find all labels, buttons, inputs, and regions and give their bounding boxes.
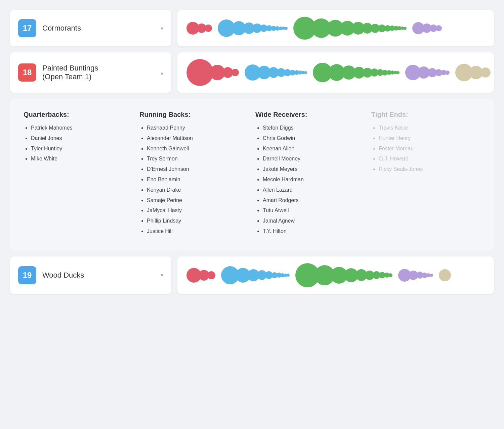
bubble-group xyxy=(246,64,307,81)
bubble-group xyxy=(296,263,392,287)
list-item: Allen Lazard xyxy=(263,187,365,194)
chevron-19[interactable]: ▾ xyxy=(161,272,163,278)
bubbles-18 xyxy=(187,59,484,86)
bubble-group xyxy=(440,269,451,281)
position-title: Tight Ends: xyxy=(371,111,480,118)
player-list: Stefon DiggsChris GodwinKeenan AllenDarn… xyxy=(255,125,365,235)
position-column: Wide Receivers:Stefon DiggsChris GodwinK… xyxy=(255,111,371,238)
bubble xyxy=(445,70,450,75)
bubble-group xyxy=(187,59,239,86)
player-list: Rashaad PennyAlexander MattisonKenneth G… xyxy=(139,125,249,235)
player-list: Travis KelceHunter HenryFoster MoreauO.J… xyxy=(371,125,480,173)
list-item: Hunter Henry xyxy=(379,135,480,142)
chevron-18[interactable]: ▴ xyxy=(161,69,163,76)
position-column: Running Backs:Rashaad PennyAlexander Mat… xyxy=(139,111,255,238)
list-item: Justice Hill xyxy=(147,228,249,235)
bubble-group xyxy=(222,266,290,284)
list-item: O.J. Howard xyxy=(379,155,480,162)
list-item: Keenan Allen xyxy=(263,145,365,152)
bubbles-17 xyxy=(187,17,484,40)
team-number-17: 17 xyxy=(18,19,36,37)
team-right-18 xyxy=(177,52,494,93)
team-left-18[interactable]: 18 Painted Buntings(Open Team 1) ▴ xyxy=(10,52,171,93)
list-item: Kenneth Gainwell xyxy=(147,145,249,152)
chevron-17[interactable]: ▾ xyxy=(161,25,163,32)
list-item: T.Y. Hilton xyxy=(263,228,365,235)
bubble-group xyxy=(406,65,450,80)
list-item: Mike White xyxy=(31,155,133,162)
bubble xyxy=(430,274,433,277)
team-name-18: Painted Buntings(Open Team 1) xyxy=(42,64,155,81)
list-item: Travis Kelce xyxy=(379,125,480,132)
bubble-group xyxy=(219,19,288,37)
team-right-19 xyxy=(177,256,494,294)
bubble xyxy=(285,27,288,30)
team-number-19: 19 xyxy=(18,266,36,284)
bubble xyxy=(480,67,491,78)
bubble xyxy=(304,71,307,74)
position-title: Running Backs: xyxy=(139,111,249,118)
team-name-19: Wood Ducks xyxy=(42,271,155,280)
expanded-players-18: Quarterbacks:Patrick MahomesDaniel Jones… xyxy=(10,99,494,250)
list-item: Rashaad Penny xyxy=(147,125,249,132)
team-name-17: Cormorants xyxy=(42,24,155,33)
team-number-18: 18 xyxy=(18,63,36,82)
team-row-17: 17 Cormorants ▾ xyxy=(10,10,494,46)
list-item: Jamal Agnew xyxy=(263,218,365,225)
bubble-group xyxy=(456,64,491,81)
position-column: Quarterbacks:Patrick MahomesDaniel Jones… xyxy=(24,111,139,238)
list-item: Chris Godwin xyxy=(263,135,365,142)
list-item: Amari Rodgers xyxy=(263,197,365,204)
team-row-18: 18 Painted Buntings(Open Team 1) ▴ xyxy=(10,52,494,93)
list-item: Tyler Huntley xyxy=(31,145,133,152)
bubble-group xyxy=(314,63,400,82)
list-item: Ricky Seals-Jones xyxy=(379,166,480,173)
list-item: Kenyan Drake xyxy=(147,187,249,194)
list-item: Patrick Mahomes xyxy=(31,125,133,132)
bubble-group xyxy=(187,268,215,283)
position-column: Tight Ends:Travis KelceHunter HenryFoste… xyxy=(371,111,480,238)
bubble xyxy=(207,271,215,279)
bubble xyxy=(388,273,392,277)
list-item: Stefon Diggs xyxy=(263,125,365,132)
list-item: Alexander Mattison xyxy=(147,135,249,142)
bubble xyxy=(232,69,239,76)
list-item: Trey Sermon xyxy=(147,155,249,162)
team-row-19: 19 Wood Ducks ▾ xyxy=(10,256,494,294)
list-item: Tutu Atwell xyxy=(263,207,365,214)
list-item: Mecole Hardman xyxy=(263,176,365,183)
bubble xyxy=(205,25,212,32)
team-left-17[interactable]: 17 Cormorants ▾ xyxy=(10,10,171,46)
bubble xyxy=(396,71,400,74)
list-item: Foster Moreau xyxy=(379,145,480,152)
list-item: JaMycal Hasty xyxy=(147,207,249,214)
list-item: D'Ernest Johnson xyxy=(147,166,249,173)
list-item: Phillip Lindsay xyxy=(147,218,249,225)
bubble xyxy=(439,269,451,281)
position-title: Wide Receivers: xyxy=(255,111,365,118)
player-list: Patrick MahomesDaniel JonesTyler Huntley… xyxy=(24,125,133,162)
list-item: Jakobi Meyers xyxy=(263,166,365,173)
list-item: Samaje Perine xyxy=(147,197,249,204)
bubble xyxy=(186,59,213,86)
bubble xyxy=(404,27,407,30)
bubble-group xyxy=(413,22,442,34)
bubble-group xyxy=(187,22,212,35)
bubble-group xyxy=(294,17,407,40)
team-right-17 xyxy=(177,10,494,46)
list-item: Eno Benjamin xyxy=(147,176,249,183)
team-left-19[interactable]: 19 Wood Ducks ▾ xyxy=(10,256,171,294)
bubble xyxy=(436,25,442,31)
bubble xyxy=(287,274,290,277)
bubbles-19 xyxy=(187,263,484,287)
position-title: Quarterbacks: xyxy=(24,111,133,118)
bubble-group xyxy=(399,269,433,282)
list-item: Darnell Mooney xyxy=(263,155,365,162)
list-item: Daniel Jones xyxy=(31,135,133,142)
